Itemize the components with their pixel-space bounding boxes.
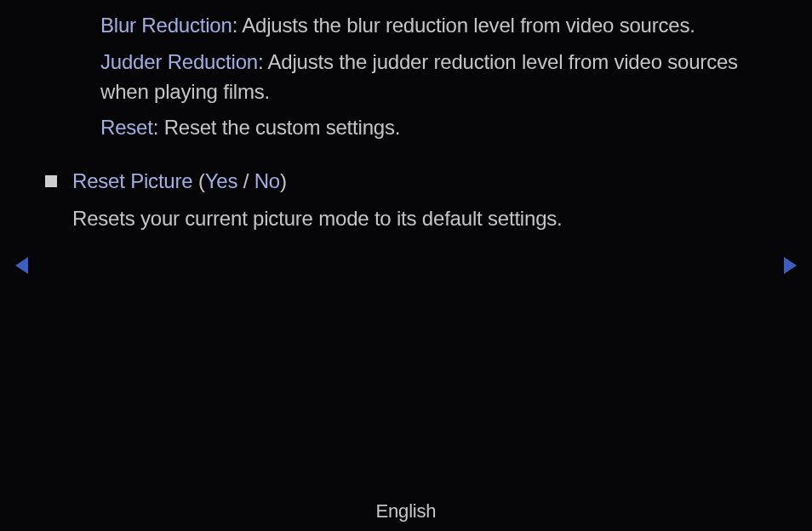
bullet-icon [45,175,57,187]
term-judder-reduction: Judder Reduction [100,50,258,73]
content-area: Blur Reduction: Adjusts the blur reducti… [0,0,812,232]
main-item-reset-picture: Reset Picture (Yes / No) Resets your cur… [45,167,771,232]
svg-marker-0 [15,257,28,274]
term-blur-reduction: Blur Reduction [100,14,232,37]
nav-prev-button[interactable] [13,255,30,276]
svg-marker-1 [784,257,797,274]
body-reset-picture: Resets your current picture mode to its … [72,204,771,233]
desc-blur-reduction: : Adjusts the blur reduction level from … [232,14,695,37]
triangle-right-icon [782,255,799,276]
triangle-left-icon [13,255,30,276]
sub-item-blur-reduction: Blur Reduction: Adjusts the blur reducti… [100,11,771,41]
options-open: ( [192,169,204,192]
option-yes: Yes [205,169,238,192]
sub-item-reset: Reset: Reset the custom settings. [100,113,771,143]
sub-item-judder-reduction: Judder Reduction: Adjusts the judder red… [100,48,771,107]
options-close: ) [280,169,287,192]
heading-reset-picture: Reset Picture [72,169,192,192]
nav-next-button[interactable] [782,255,799,276]
options-separator: / [237,169,254,192]
footer-language: English [0,500,812,522]
desc-reset: : Reset the custom settings. [153,116,401,139]
term-reset: Reset [100,116,153,139]
option-no: No [254,169,280,192]
heading-row: Reset Picture (Yes / No) [45,167,771,196]
